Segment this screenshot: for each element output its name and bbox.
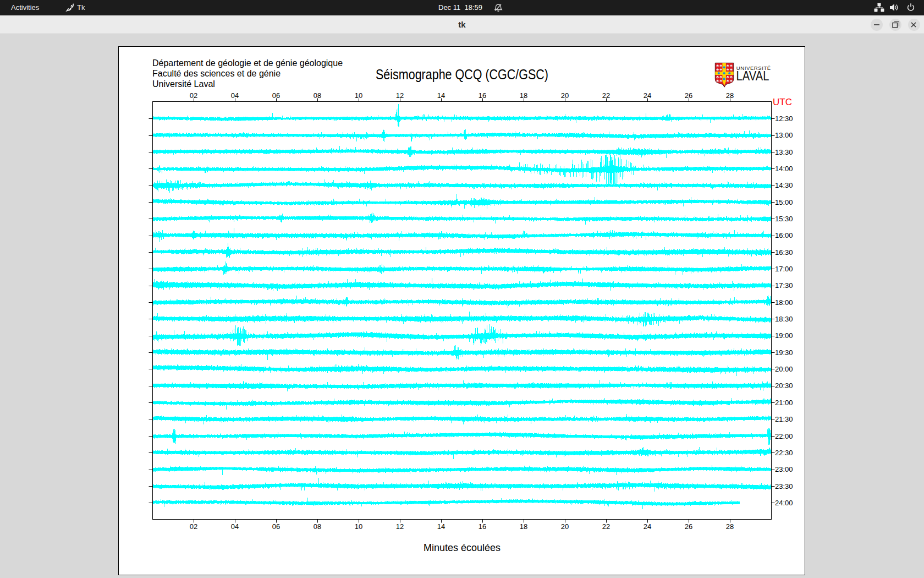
svg-text:02: 02	[190, 522, 197, 531]
svg-text:18:00: 18:00	[775, 298, 793, 307]
svg-text:10: 10	[355, 522, 362, 531]
svg-text:UTC: UTC	[773, 97, 792, 107]
svg-text:20:30: 20:30	[775, 381, 793, 390]
svg-text:Séismographe QCQ (CGC/GSC): Séismographe QCQ (CGC/GSC)	[376, 67, 548, 82]
svg-text:12:30: 12:30	[775, 114, 793, 123]
svg-text:28: 28	[726, 522, 734, 531]
svg-text:26: 26	[685, 91, 692, 100]
svg-text:23:30: 23:30	[775, 482, 793, 490]
svg-text:06: 06	[272, 91, 280, 100]
svg-text:13:00: 13:00	[775, 131, 793, 139]
svg-text:Université Laval: Université Laval	[152, 79, 215, 89]
svg-text:04: 04	[231, 522, 239, 531]
svg-text:23:00: 23:00	[775, 465, 793, 473]
svg-text:18:30: 18:30	[775, 315, 793, 323]
svg-text:08: 08	[314, 522, 321, 531]
svg-text:04: 04	[231, 91, 239, 100]
svg-text:16:30: 16:30	[775, 248, 793, 257]
svg-text:Minutes écoulées: Minutes écoulées	[424, 542, 501, 553]
svg-text:18: 18	[520, 522, 527, 531]
svg-text:14: 14	[437, 91, 445, 100]
svg-text:19:30: 19:30	[775, 348, 793, 357]
svg-text:14: 14	[437, 522, 445, 531]
svg-text:02: 02	[190, 91, 197, 100]
svg-text:14:00: 14:00	[775, 165, 793, 173]
svg-text:19:00: 19:00	[775, 331, 793, 340]
svg-text:20: 20	[561, 91, 569, 100]
svg-text:22: 22	[602, 522, 610, 531]
svg-text:Faculté des sciences et de gén: Faculté des sciences et de génie	[152, 69, 280, 78]
svg-text:13:30: 13:30	[775, 148, 793, 156]
svg-text:17:30: 17:30	[775, 281, 793, 290]
svg-text:22: 22	[602, 91, 610, 100]
svg-text:16:00: 16:00	[775, 231, 793, 239]
svg-text:22:30: 22:30	[775, 449, 793, 457]
svg-text:20: 20	[561, 522, 569, 531]
svg-text:12: 12	[396, 522, 404, 531]
svg-text:15:30: 15:30	[775, 215, 793, 223]
svg-text:24: 24	[644, 522, 651, 531]
svg-text:15:00: 15:00	[775, 198, 793, 206]
svg-text:12: 12	[396, 91, 404, 100]
svg-text:24:00: 24:00	[775, 499, 793, 507]
svg-text:24: 24	[644, 91, 651, 100]
svg-text:28: 28	[726, 91, 734, 100]
svg-text:06: 06	[272, 522, 280, 531]
svg-text:14:30: 14:30	[775, 181, 793, 189]
svg-text:10: 10	[355, 91, 362, 100]
svg-text:21:30: 21:30	[775, 415, 793, 423]
svg-text:Département de géologie et de: Département de géologie et de génie géol…	[152, 58, 343, 68]
svg-text:20:00: 20:00	[775, 365, 793, 373]
svg-text:16: 16	[479, 522, 486, 531]
svg-text:LAVAL: LAVAL	[736, 68, 769, 83]
svg-text:21:00: 21:00	[775, 399, 793, 407]
svg-text:17:00: 17:00	[775, 265, 793, 273]
svg-text:08: 08	[314, 91, 321, 100]
svg-text:26: 26	[685, 522, 692, 531]
svg-text:22:00: 22:00	[775, 432, 793, 440]
svg-text:16: 16	[479, 91, 486, 100]
svg-text:18: 18	[520, 91, 527, 100]
